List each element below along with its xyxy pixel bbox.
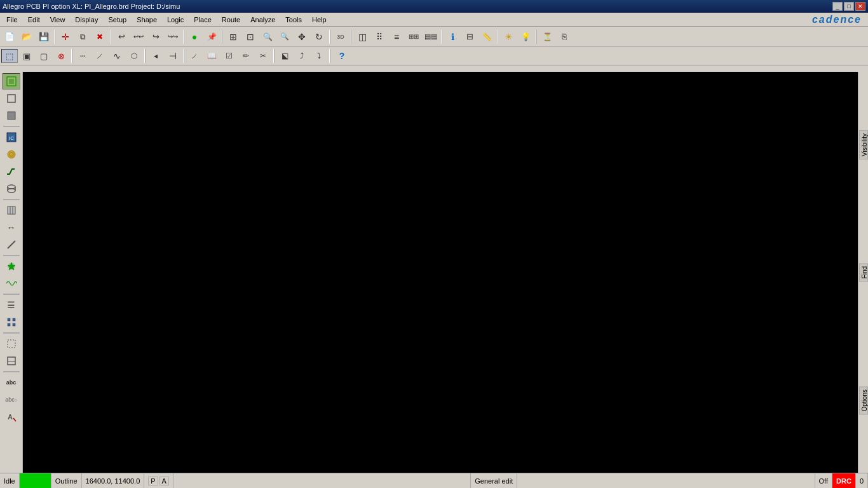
info-button[interactable]: [444, 29, 461, 45]
menu-route[interactable]: Route: [217, 15, 245, 25]
pencil-button[interactable]: [238, 49, 254, 63]
svg-rect-18: [8, 318, 10, 321]
save-button[interactable]: [36, 29, 52, 45]
open-button[interactable]: [18, 29, 35, 45]
box-select-button[interactable]: [3, 336, 20, 352]
hourglass-button[interactable]: [539, 29, 555, 45]
small-comp-button[interactable]: [3, 202, 20, 219]
status-bar: Idle Outline 16400.0, 11400.0 P A Genera…: [0, 473, 868, 488]
menu-logic[interactable]: Logic: [162, 15, 189, 25]
layers2-button[interactable]: ⊞⊞: [405, 29, 422, 45]
menu-analyze[interactable]: Analyze: [245, 15, 280, 25]
visibility-tab[interactable]: Visibility: [859, 130, 868, 159]
outline-status: Outline: [51, 473, 82, 488]
arrow-both-button[interactable]: ↔: [3, 219, 20, 236]
db-icon-button[interactable]: [3, 180, 20, 197]
svg-rect-20: [8, 323, 10, 326]
dots-grid-button[interactable]: [371, 29, 388, 45]
pin-button[interactable]: [203, 29, 220, 45]
menu-file[interactable]: File: [1, 15, 23, 25]
edit-block-button[interactable]: [276, 49, 293, 63]
select-green-button[interactable]: [3, 73, 20, 90]
refresh-button[interactable]: [311, 29, 327, 45]
netlist-button[interactable]: [461, 29, 478, 45]
layers1-button[interactable]: [388, 29, 405, 45]
help-button[interactable]: [334, 49, 350, 63]
select-filled-button[interactable]: [3, 107, 20, 124]
toolbar-area: ↩↩ ↪↪ ⊞⊞ ▤▤: [0, 27, 868, 65]
light2-button[interactable]: [517, 29, 534, 45]
undo2-button[interactable]: ↩↩: [130, 29, 147, 45]
chip-button[interactable]: [354, 29, 370, 45]
sidebar-sep2: [3, 199, 20, 200]
menu-shape[interactable]: Shape: [132, 15, 162, 25]
zoom-in-button[interactable]: [259, 29, 276, 45]
a-indicator[interactable]: A: [159, 477, 169, 485]
via-place-button[interactable]: [3, 146, 20, 163]
new-button[interactable]: [1, 29, 18, 45]
select-square-button[interactable]: [3, 90, 20, 107]
cross-x-button[interactable]: [53, 49, 69, 63]
undo1-button[interactable]: [113, 29, 130, 45]
edit-mode-status: General edit: [471, 473, 517, 488]
hilight-button[interactable]: [18, 49, 35, 63]
comp-place-button[interactable]: IC: [3, 129, 20, 146]
draw-shape-button[interactable]: [126, 49, 142, 63]
crosshair-button[interactable]: [57, 29, 74, 45]
stretch-right-button[interactable]: [165, 49, 181, 63]
arrow-left-button[interactable]: [147, 49, 164, 63]
layers3-button[interactable]: ▤▤: [423, 29, 439, 45]
grid-snap-button[interactable]: [3, 314, 20, 330]
pa-status: P A: [144, 473, 173, 488]
minimize-button[interactable]: _: [832, 2, 843, 11]
sep6: [351, 30, 352, 44]
pan-button[interactable]: [294, 29, 310, 45]
dashed-button[interactable]: [74, 49, 91, 63]
menu-display[interactable]: Display: [70, 15, 103, 25]
pop-button[interactable]: [311, 49, 327, 63]
text-tool-button[interactable]: A: [3, 409, 20, 425]
deselect-button[interactable]: [36, 49, 52, 63]
menu-edit[interactable]: Edit: [23, 15, 45, 25]
book-button[interactable]: [203, 49, 220, 63]
menu-tools[interactable]: Tools: [280, 15, 307, 25]
options-tab[interactable]: Options: [859, 386, 868, 414]
redo2-button[interactable]: ↪↪: [165, 29, 181, 45]
menu-setup[interactable]: Setup: [103, 15, 132, 25]
draw-line-h-button[interactable]: [186, 49, 203, 63]
export-button[interactable]: [556, 29, 573, 45]
copy-button[interactable]: [74, 29, 91, 45]
menu-view[interactable]: View: [45, 15, 71, 25]
draw-curve-button[interactable]: [109, 49, 125, 63]
menu-icon-button[interactable]: ☰: [3, 297, 20, 313]
menu-help[interactable]: Help: [307, 15, 332, 25]
push-button[interactable]: [294, 49, 310, 63]
menu-place[interactable]: Place: [189, 15, 217, 25]
close-button[interactable]: ✕: [855, 2, 865, 11]
box-select2-button[interactable]: [3, 353, 20, 369]
text-abc2-button[interactable]: abc○: [3, 391, 20, 408]
ruler-button[interactable]: [478, 29, 495, 45]
route-star-button[interactable]: [3, 258, 20, 274]
delete-button[interactable]: [92, 29, 108, 45]
draw-line-v-button[interactable]: [92, 49, 108, 63]
grid-button[interactable]: [225, 29, 241, 45]
green-dot-button[interactable]: [186, 29, 203, 45]
light1-button[interactable]: [500, 29, 517, 45]
text-abc-button[interactable]: abc: [3, 374, 20, 391]
p-indicator[interactable]: P: [148, 477, 158, 485]
redo1-button[interactable]: [147, 29, 164, 45]
diagonal-line-button[interactable]: [3, 236, 20, 253]
route-trace-button[interactable]: [3, 163, 20, 180]
zoom-out-button[interactable]: [276, 29, 293, 45]
check1-button[interactable]: [220, 49, 237, 63]
sep10: [71, 49, 72, 63]
scissors-button[interactable]: [255, 49, 271, 63]
zoom-fit-button[interactable]: [242, 29, 259, 45]
select-all-button[interactable]: [1, 49, 18, 63]
find-tab[interactable]: Find: [859, 263, 868, 281]
route-wave-button[interactable]: [3, 275, 20, 292]
maximize-button[interactable]: □: [844, 2, 854, 11]
sidebar-sep1: [3, 126, 20, 127]
3d-button[interactable]: [332, 29, 349, 45]
